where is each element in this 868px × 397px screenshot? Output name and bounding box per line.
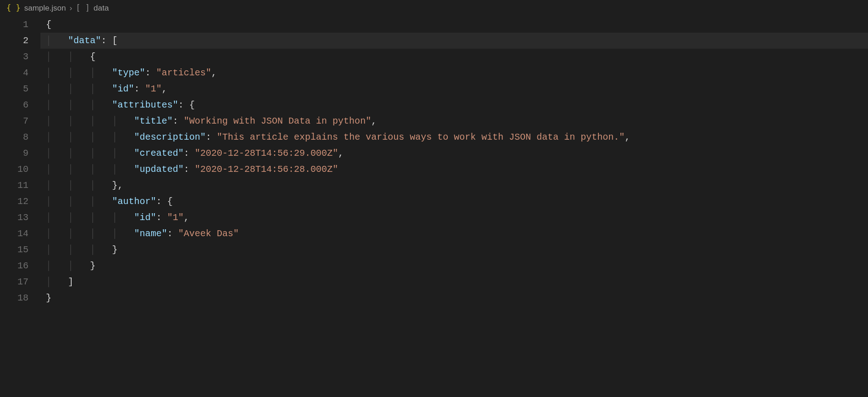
code-token: "updated"	[134, 164, 184, 175]
code-token: ,	[118, 180, 123, 191]
json-file-icon: { }	[6, 1, 21, 15]
indent-guide: │ │ │	[46, 196, 112, 207]
code-token: {	[189, 100, 195, 110]
indent-guide: │ │	[46, 261, 90, 271]
line-number[interactable]: 14	[0, 226, 28, 242]
indent-guide: │ │ │ │	[46, 164, 134, 175]
indent-guide: │ │ │	[46, 180, 112, 191]
json-array-icon: [ ]	[76, 1, 90, 15]
code-token: ,	[184, 212, 189, 223]
line-number[interactable]: 18	[0, 290, 28, 306]
code-token: "Working with JSON Data in python"	[184, 116, 371, 126]
indent-guide: │ │ │	[46, 100, 112, 110]
code-line[interactable]: │ │ │ "author": {	[40, 193, 868, 210]
code-token: ,	[211, 68, 217, 78]
code-line[interactable]: │ │ }	[40, 258, 868, 274]
indent-guide: │	[46, 277, 68, 287]
code-token: }	[90, 261, 96, 271]
code-token: "2020-12-28T14:56:28.000Z"	[195, 164, 338, 175]
code-token: :	[184, 164, 195, 175]
indent-guide: │ │ │ │	[46, 132, 134, 142]
code-token: "Aveek Das"	[178, 228, 239, 239]
line-number[interactable]: 12	[0, 193, 28, 210]
code-token: ,	[371, 116, 377, 126]
line-number[interactable]: 16	[0, 258, 28, 274]
code-token: "title"	[134, 116, 173, 126]
code-line[interactable]: │ │ │ "id": "1",	[40, 81, 868, 97]
code-token: :	[173, 116, 184, 126]
indent-guide: │ │ │ │	[46, 116, 134, 126]
chevron-right-icon: ›	[69, 1, 72, 15]
code-line[interactable]: │ │ │ "type": "articles",	[40, 65, 868, 81]
code-token: {	[90, 51, 96, 62]
code-token: :	[156, 212, 167, 223]
code-token: :	[167, 228, 178, 239]
code-token: "name"	[134, 228, 167, 239]
code-token: "id"	[112, 84, 134, 94]
line-number[interactable]: 1	[0, 17, 28, 33]
indent-guide: │ │ │	[46, 84, 112, 94]
code-line[interactable]: {	[40, 17, 868, 33]
code-area[interactable]: {│ "data": [│ │ {│ │ │ "type": "articles…	[40, 17, 868, 397]
indent-guide: │ │ │	[46, 68, 112, 78]
breadcrumb-file[interactable]: sample.json	[24, 1, 66, 15]
code-token: ,	[338, 148, 344, 159]
line-number[interactable]: 6	[0, 97, 28, 113]
code-token: :	[206, 132, 217, 142]
code-token: }	[112, 244, 118, 255]
code-token: :	[156, 196, 167, 207]
code-line[interactable]: │ │ │ │ "title": "Working with JSON Data…	[40, 113, 868, 129]
code-token: "attributes"	[112, 100, 178, 110]
code-line[interactable]: │ ]	[40, 274, 868, 290]
line-number[interactable]: 17	[0, 274, 28, 290]
line-number[interactable]: 3	[0, 49, 28, 65]
code-line[interactable]: │ "data": [	[40, 33, 868, 49]
code-token: "data"	[68, 35, 101, 46]
code-token: "description"	[134, 132, 206, 142]
code-line[interactable]: │ │ │ │ "name": "Aveek Das"	[40, 226, 868, 242]
code-token: }	[46, 293, 51, 303]
code-line[interactable]: │ │ │ }	[40, 242, 868, 258]
line-number[interactable]: 4	[0, 65, 28, 81]
editor[interactable]: 123456789101112131415161718 {│ "data": […	[0, 17, 868, 397]
code-token: :	[184, 148, 195, 159]
code-token: : [	[101, 35, 118, 46]
code-token: "type"	[112, 68, 145, 78]
line-number[interactable]: 5	[0, 81, 28, 97]
code-token: "articles"	[156, 68, 211, 78]
code-token: "This article explains the various ways …	[217, 132, 625, 142]
line-number[interactable]: 9	[0, 145, 28, 161]
code-line[interactable]: │ │ │ │ "description": "This article exp…	[40, 129, 868, 145]
code-line[interactable]: │ │ │ │ "id": "1",	[40, 210, 868, 226]
line-number-gutter[interactable]: 123456789101112131415161718	[0, 17, 40, 397]
indent-guide: │	[46, 35, 68, 46]
code-token: ]	[68, 277, 73, 287]
indent-guide: │ │ │ │	[46, 228, 134, 239]
code-token: }	[112, 180, 118, 191]
breadcrumb: { } sample.json › [ ] data	[0, 0, 868, 17]
line-number[interactable]: 15	[0, 242, 28, 258]
code-token: :	[178, 100, 189, 110]
line-number[interactable]: 11	[0, 177, 28, 193]
line-number[interactable]: 13	[0, 210, 28, 226]
code-token: ,	[162, 84, 167, 94]
code-token: "1"	[167, 212, 184, 223]
code-line[interactable]: │ │ {	[40, 49, 868, 65]
line-number[interactable]: 10	[0, 161, 28, 177]
line-number[interactable]: 8	[0, 129, 28, 145]
code-line[interactable]: }	[40, 290, 868, 306]
code-line[interactable]: │ │ │ "attributes": {	[40, 97, 868, 113]
code-token: "author"	[112, 196, 156, 207]
code-line[interactable]: │ │ │ │ "updated": "2020-12-28T14:56:28.…	[40, 161, 868, 177]
code-token: "1"	[145, 84, 162, 94]
indent-guide: │ │	[46, 51, 90, 62]
line-number[interactable]: 2	[0, 33, 28, 49]
code-line[interactable]: │ │ │ │ "created": "2020-12-28T14:56:29.…	[40, 145, 868, 161]
code-token: {	[167, 196, 173, 207]
breadcrumb-symbol[interactable]: data	[94, 1, 109, 15]
code-line[interactable]: │ │ │ },	[40, 177, 868, 193]
code-token: "id"	[134, 212, 156, 223]
code-token: ,	[625, 132, 630, 142]
line-number[interactable]: 7	[0, 113, 28, 129]
code-token: {	[46, 19, 51, 30]
